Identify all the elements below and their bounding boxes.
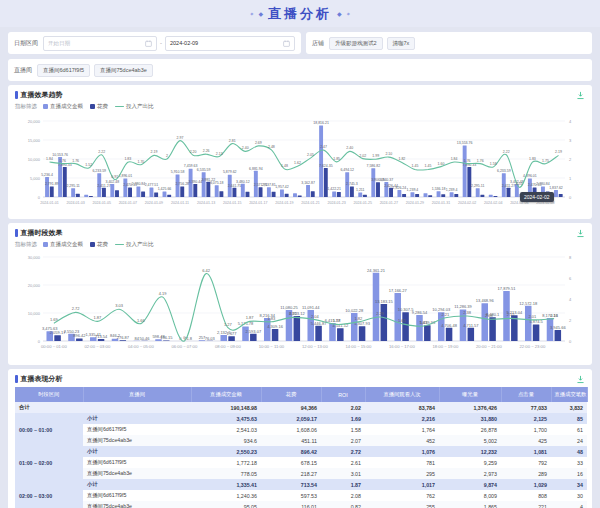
title-decoration-icon: ◆ [337,10,342,17]
svg-text:1.52: 1.52 [85,163,92,167]
svg-text:4: 4 [569,297,572,302]
table-cell: 2.02 [321,402,365,413]
table-cell: 3,475.63 [191,413,261,424]
svg-text:10,307.5: 10,307.5 [398,307,414,312]
svg-text:2.40: 2.40 [346,146,353,150]
page-header: ◆ ◆ 直播分析 ◆ ◆ [0,0,600,27]
svg-text:1.76: 1.76 [477,159,484,163]
svg-text:4,706.48: 4,706.48 [441,323,457,328]
svg-text:2024-01-21: 2024-01-21 [301,201,319,205]
svg-text:5,910.58: 5,910.58 [171,170,185,174]
table-cell: 781 [365,457,439,468]
report-table: 时段区间直播间直播成交金额花费ROI直播间观看人次曝光量点击量直播成交笔数 合计… [15,387,588,508]
legend-item-label: 花费 [97,103,108,110]
svg-text:16:00 ~ 17:00: 16:00 ~ 17:00 [389,344,415,349]
table-cell: 5,002 [439,435,501,446]
svg-text:2024-01-27: 2024-01-27 [380,201,398,205]
svg-text:12,572.18: 12,572.18 [519,301,538,306]
table-cell: 26,878 [439,424,501,435]
column-header: 直播间 [83,387,191,402]
svg-text:2024-01-25: 2024-01-25 [354,201,372,205]
date-start-placeholder: 开始日期 [48,40,70,47]
table-cell: 1,865 [439,501,501,508]
svg-text:3,390.44: 3,390.44 [188,180,202,184]
svg-text:1,957.42: 1,957.42 [275,185,289,189]
svg-text:5,000: 5,000 [30,176,41,181]
table-cell: 116.01 [261,501,321,508]
svg-text:1.83: 1.83 [529,157,536,161]
svg-text:2.04: 2.04 [311,314,320,319]
svg-text:30,000: 30,000 [28,255,41,260]
room-name-cell: 直播间75dce4ab3e [83,501,191,508]
legend-item-label: 直播成交金额 [50,241,83,248]
legend-item[interactable]: 花费 [90,103,108,110]
accent-bar [15,375,18,383]
svg-text:14:00 ~ 15:00: 14:00 ~ 15:00 [346,344,372,349]
table-cell: 1.58 [321,424,365,435]
hourly-chart[interactable]: 010,00020,00030,000024683,475.632,550.23… [15,251,587,357]
shop-label: 店铺 [312,39,324,48]
svg-text:10,022.28: 10,022.28 [345,308,364,313]
table-cell: 778.05 [191,468,261,479]
svg-text:2.08: 2.08 [485,313,494,318]
svg-text:713.54: 713.54 [95,334,108,339]
svg-text:2,295.11: 2,295.11 [471,184,484,188]
legend-items[interactable]: 直播成交金额花费投入产出比 [43,103,154,110]
export-icon[interactable] [576,375,585,384]
shop-tag[interactable]: 升级影游戏测试2 [329,37,383,50]
table-row-subtotal: 02:00 ~ 03:00小计1,335.41713.541.871,0179,… [15,479,587,490]
table-row-total: 合计190,148.9894,3662.0283,7841,376,42677,… [15,402,587,413]
room-name-cell: 直播间6d617f9f5 [83,457,191,468]
table-cell: 2,125 [501,413,551,424]
room-tag[interactable]: 直播间75dce4ab3e [94,64,153,77]
svg-text:5,879.62: 5,879.62 [223,170,237,174]
svg-text:5,446.87: 5,446.87 [311,321,327,326]
subtotal-label-cell: 小计 [83,413,191,424]
export-icon[interactable] [576,229,585,238]
svg-text:6: 6 [569,276,572,281]
export-icon[interactable] [576,91,585,100]
shop-tag-list: 升级影游戏测试2清咖7x [329,37,415,50]
legend-item-label: 投入产出比 [126,103,154,110]
shop-tag[interactable]: 清咖7x [387,37,416,50]
svg-text:3,075.18: 3,075.18 [210,181,224,185]
svg-text:1.82: 1.82 [354,316,363,321]
table-cell: 16 [551,468,587,479]
trend-chart[interactable]: 05,00010,00015,00020,000012345,236.410,5… [15,113,587,211]
svg-text:1.58: 1.58 [333,318,342,323]
title-decoration-icon: ◆ [250,11,253,16]
legend-item[interactable]: 直播成交金额 [43,241,83,248]
svg-text:6,535.59: 6,535.59 [197,168,211,172]
svg-text:2.97: 2.97 [177,136,184,140]
svg-text:2,426.44: 2,426.44 [384,184,398,188]
svg-text:02:00 ~ 03:00: 02:00 ~ 03:00 [85,344,111,349]
legend-items[interactable]: 直播成交金额花费投入产出比 [43,241,154,248]
svg-text:2,745.3: 2,745.3 [346,182,358,186]
svg-text:1,422.21: 1,422.21 [327,187,341,191]
legend-item[interactable]: 投入产出比 [115,241,154,248]
svg-text:04:00 ~ 05:00: 04:00 ~ 05:00 [128,344,154,349]
date-start-input[interactable]: 开始日期 [43,36,157,51]
room-tag[interactable]: 直播间6d617f9f5 [37,64,90,77]
legend-square-marker [43,104,48,109]
svg-text:0.51: 0.51 [516,182,523,186]
table-cell: 30 [551,490,587,501]
table-cell: 61 [551,424,587,435]
time-range-cell: 02:00 ~ 03:00 [15,479,83,508]
svg-text:2024-02-02: 2024-02-02 [458,201,476,205]
svg-text:1,239.4: 1,239.4 [407,188,419,192]
time-range-cell: 01:00 ~ 02:00 [15,446,83,479]
table-cell: 451.11 [261,435,321,446]
date-end-input[interactable]: 2024-02-09 [165,36,295,51]
legend-item[interactable]: 花费 [90,241,108,248]
svg-text:2,571.91: 2,571.91 [254,183,268,187]
legend-item[interactable]: 投入产出比 [115,103,154,110]
table-cell: 792 [501,457,551,468]
svg-text:0.91: 0.91 [111,175,118,179]
svg-text:276.87: 276.87 [117,335,130,340]
svg-text:6,881.94: 6,881.94 [249,167,263,171]
table-cell: 85 [551,413,587,424]
svg-text:20,000: 20,000 [28,119,41,124]
svg-text:15,000: 15,000 [28,138,41,143]
legend-item[interactable]: 直播成交金额 [43,103,83,110]
